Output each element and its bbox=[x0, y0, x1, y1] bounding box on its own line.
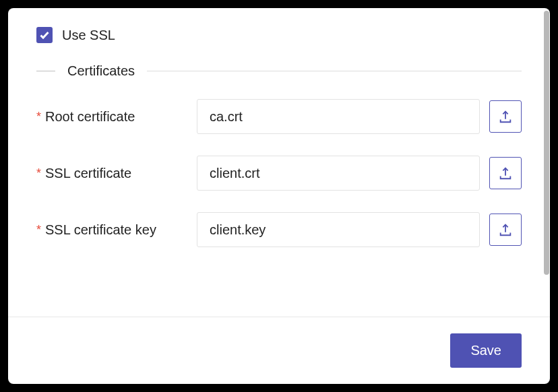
window-frame: Use SSL Certificates * Root certificate bbox=[0, 0, 558, 392]
required-mark: * bbox=[36, 166, 41, 181]
save-button[interactable]: Save bbox=[450, 333, 522, 368]
ssl-cert-row: * SSL certificate bbox=[36, 156, 522, 191]
use-ssl-label: Use SSL bbox=[62, 28, 115, 43]
root-cert-controls bbox=[197, 99, 522, 134]
ssl-key-label-text: SSL certificate key bbox=[45, 222, 156, 238]
ssl-key-row: * SSL certificate key bbox=[36, 212, 522, 247]
divider-line bbox=[147, 71, 522, 71]
required-mark: * bbox=[36, 110, 41, 124]
ssl-cert-upload-button[interactable] bbox=[489, 157, 522, 189]
scrollbar-track bbox=[543, 8, 550, 317]
upload-icon bbox=[498, 109, 513, 124]
footer: Save bbox=[8, 317, 550, 384]
check-icon bbox=[39, 30, 50, 40]
ssl-cert-label-text: SSL certificate bbox=[45, 166, 131, 181]
certificates-section-divider: Certificates bbox=[36, 63, 522, 79]
required-mark: * bbox=[36, 223, 41, 237]
form-scroll-area: Use SSL Certificates * Root certificate bbox=[8, 8, 550, 317]
root-cert-row: * Root certificate bbox=[36, 99, 522, 134]
ssl-cert-input[interactable] bbox=[197, 156, 480, 191]
use-ssl-row: Use SSL bbox=[36, 27, 522, 43]
divider-line bbox=[36, 71, 55, 71]
ssl-cert-controls bbox=[197, 156, 522, 191]
root-cert-upload-button[interactable] bbox=[489, 100, 522, 133]
root-cert-label-text: Root certificate bbox=[45, 109, 135, 125]
certificates-section-title: Certificates bbox=[55, 63, 147, 79]
ssl-key-controls bbox=[197, 212, 522, 247]
upload-icon bbox=[498, 222, 513, 237]
upload-icon bbox=[498, 166, 513, 181]
scrollbar-thumb[interactable] bbox=[544, 11, 549, 275]
root-cert-label: * Root certificate bbox=[36, 109, 197, 125]
ssl-key-input[interactable] bbox=[197, 212, 480, 247]
ssl-key-upload-button[interactable] bbox=[489, 214, 522, 246]
panel: Use SSL Certificates * Root certificate bbox=[8, 8, 550, 384]
root-cert-input[interactable] bbox=[197, 99, 480, 134]
ssl-cert-label: * SSL certificate bbox=[36, 166, 197, 181]
use-ssl-checkbox[interactable] bbox=[36, 27, 53, 43]
ssl-key-label: * SSL certificate key bbox=[36, 222, 197, 238]
